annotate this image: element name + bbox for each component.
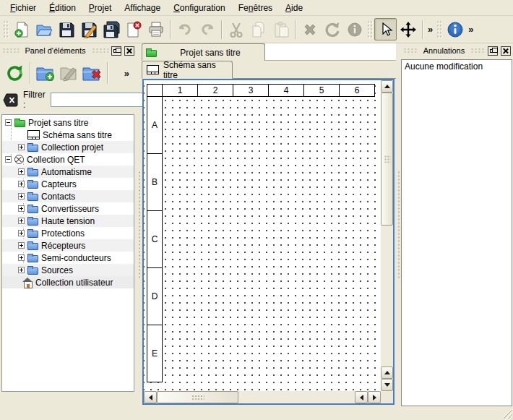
scroll-up-button[interactable] — [381, 367, 393, 379]
delete-category-icon — [82, 64, 102, 82]
expander-icon[interactable] — [18, 242, 25, 249]
float-panel-button[interactable] — [488, 46, 498, 56]
tree-item-protections[interactable]: Protections — [2, 227, 134, 239]
save-all-button[interactable] — [100, 18, 122, 40]
toolbar-handle[interactable] — [3, 20, 9, 39]
schema-icon — [27, 130, 40, 140]
horizontal-scroll-track[interactable] — [238, 391, 355, 403]
menu-item-projet[interactable]: Projet — [82, 1, 118, 15]
tree-item-haute-tension[interactable]: Haute tension — [2, 215, 134, 227]
open-button[interactable] — [33, 18, 55, 40]
tree-item-convertisseurs[interactable]: Convertisseurs — [2, 202, 134, 215]
expander-icon[interactable] — [18, 254, 25, 261]
menu-item-aide[interactable]: Aide — [279, 1, 309, 15]
expander-icon[interactable] — [18, 144, 25, 150]
tree-item-label: Convertisseurs — [41, 204, 99, 214]
undo-panel-titlebar[interactable]: Annulations — [401, 43, 513, 58]
left-splitter[interactable] — [137, 43, 142, 406]
scroll-up-button[interactable] — [381, 80, 393, 93]
menu-item-edition[interactable]: Édition — [43, 1, 82, 15]
expander-icon[interactable] — [18, 181, 25, 187]
pointer-tool-button[interactable] — [374, 18, 397, 40]
tab-schema[interactable]: Schéma sans titre — [142, 61, 233, 79]
expander-icon[interactable] — [18, 218, 25, 224]
tree-item-collection-qet[interactable]: Collection QET — [2, 153, 134, 166]
close-panel-button[interactable] — [501, 46, 511, 56]
scroll-right-button[interactable] — [368, 391, 381, 403]
toolbar-handle[interactable] — [367, 20, 373, 39]
toolbar-overflow-button[interactable]: » — [466, 24, 475, 35]
tree-item-capteurs[interactable]: Capteurs — [2, 178, 134, 190]
print-button[interactable] — [145, 18, 167, 40]
close-panel-button[interactable] — [124, 46, 134, 56]
horizontal-scrollbar[interactable] — [144, 391, 381, 403]
new-file-button[interactable] — [10, 18, 33, 40]
save-button[interactable] — [55, 18, 77, 40]
expander-icon[interactable] — [5, 156, 12, 163]
paste-icon — [272, 21, 290, 38]
arrow-left-icon — [360, 395, 363, 400]
expander-icon[interactable] — [18, 168, 25, 175]
menu-item-fenetres[interactable]: Fenêtres — [232, 1, 279, 15]
elements-tree[interactable]: Projet sans titre Schéma sans titre Coll… — [1, 114, 134, 392]
status-bar — [0, 406, 513, 420]
expander-icon[interactable] — [5, 119, 12, 126]
info-button[interactable] — [343, 18, 366, 40]
delete-button[interactable] — [298, 18, 321, 40]
menu-item-affichage[interactable]: Affichage — [118, 1, 167, 15]
vertical-scroll-track[interactable] — [381, 226, 393, 367]
paste-button[interactable] — [270, 18, 292, 40]
tab-project[interactable]: Projet sans titre — [142, 43, 265, 61]
scroll-left-button[interactable] — [355, 391, 368, 403]
redo-button[interactable] — [196, 18, 218, 40]
tree-item-projet-sans-titre[interactable]: Projet sans titre — [2, 116, 134, 129]
toolbar-handle[interactable] — [436, 20, 442, 39]
expander-icon[interactable] — [18, 193, 25, 200]
reload-collections-button[interactable] — [3, 61, 26, 85]
toolbar-overflow-button[interactable]: » — [426, 24, 435, 35]
toolbar-separator — [295, 20, 296, 39]
new-category-button[interactable] — [34, 61, 57, 85]
horizontal-scroll-thumb[interactable] — [157, 391, 238, 403]
move-tool-button[interactable] — [397, 18, 419, 40]
panel-toolbar-overflow-button[interactable]: » — [122, 68, 135, 79]
menu-item-fichier[interactable]: Fichier — [4, 1, 43, 15]
resize-grip[interactable] — [502, 408, 512, 419]
tree-item-contacts[interactable]: Contacts — [2, 190, 134, 202]
scroll-down-button[interactable] — [381, 379, 393, 391]
float-panel-button[interactable] — [111, 46, 121, 56]
elements-panel-toolbar: » — [0, 58, 137, 87]
expander-icon[interactable] — [18, 267, 25, 273]
tree-item-recepteurs[interactable]: Récepteurs — [2, 239, 134, 252]
about-button[interactable] — [444, 18, 466, 40]
cut-button[interactable] — [225, 18, 247, 40]
clear-filter-button[interactable] — [3, 93, 18, 107]
right-splitter[interactable] — [396, 43, 401, 406]
menu-item-configuration[interactable]: Configuration — [167, 1, 232, 15]
undo-button[interactable] — [173, 18, 196, 40]
save-as-icon — [80, 21, 98, 38]
save-as-button[interactable] — [77, 18, 100, 40]
delete-category-button[interactable] — [80, 61, 103, 85]
diagram-row-headers: ABCDE — [147, 96, 163, 382]
tree-item-automatisme[interactable]: Automatisme — [2, 166, 134, 178]
scroll-left-button[interactable] — [144, 391, 157, 403]
elements-panel-titlebar[interactable]: Panel d'éléments — [0, 43, 137, 58]
tree-item-sources[interactable]: Sources — [2, 264, 134, 276]
tree-item-schema-sans-titre[interactable]: Schéma sans titre — [2, 129, 134, 141]
edit-category-button[interactable] — [57, 61, 80, 85]
copy-button[interactable] — [247, 18, 270, 40]
undo-list-item[interactable]: Aucune modification — [402, 60, 512, 73]
expander-icon[interactable] — [18, 205, 25, 212]
tree-item-semi-conducteurs[interactable]: Semi-conducteurs — [2, 252, 134, 264]
rotate-button[interactable] — [321, 18, 343, 40]
tree-item-collection-projet[interactable]: Collection projet — [2, 141, 134, 153]
vertical-scrollbar[interactable] — [381, 80, 393, 391]
diagram-view[interactable]: 123456 ABCDE — [142, 79, 395, 405]
diagram-canvas[interactable]: 123456 ABCDE — [144, 80, 381, 391]
expander-icon[interactable] — [18, 230, 25, 236]
tree-item-collection-utilisateur[interactable]: Collection utilisateur — [2, 276, 134, 288]
undo-list[interactable]: Aucune modification — [401, 59, 512, 406]
vertical-scroll-thumb[interactable] — [381, 93, 393, 226]
close-file-button[interactable] — [122, 18, 145, 40]
